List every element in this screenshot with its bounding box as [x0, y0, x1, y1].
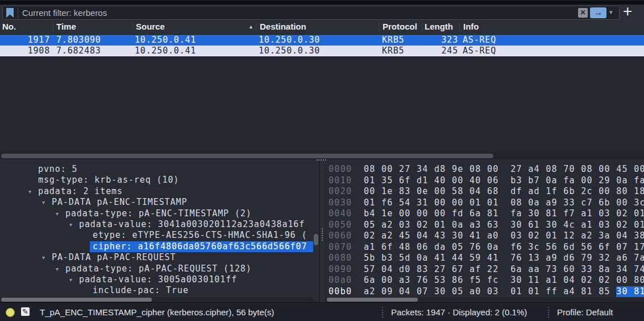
hex-row[interactable]: 00a06a 00 a3 76 53 86 f5 fc 30 11 a1 04 … — [329, 275, 644, 286]
hex-row[interactable]: 000008 00 27 34 d8 9e 08 00 27 a4 08 70 … — [329, 164, 644, 175]
cell-source: 10.250.0.41 — [135, 35, 196, 46]
hex-offset: 0010 — [329, 175, 364, 186]
tree-item[interactable]: ▾padata-value: 3005a0030101ff — [0, 274, 319, 285]
hex-row[interactable]: 00b0a2 09 04 07 30 05 a0 03 01 01 ff a4 … — [329, 286, 644, 297]
packet-row-selected[interactable]: 1917 7.803090 10.250.0.41 10.250.0.30 KR… — [0, 35, 644, 46]
column-header-no[interactable]: No. — [2, 20, 16, 33]
expander-icon[interactable]: ▾ — [56, 208, 59, 219]
tree-item[interactable]: ▾PA-DATA pA-PAC-REQUEST — [0, 252, 319, 263]
column-header-time[interactable]: Time — [56, 20, 76, 33]
filter-clear-icon[interactable]: ✕ — [578, 8, 588, 18]
hex-row[interactable]: 002000 1e 83 0e 00 58 04 68 df ad 1f 6b … — [329, 186, 644, 197]
hex-row[interactable]: 009057 04 d0 83 27 67 af 22 6a aa 73 60 … — [329, 264, 644, 275]
scrollbar-thumb[interactable] — [327, 298, 418, 302]
status-divider — [382, 307, 384, 318]
hex-bytes-selected[interactable]: 30 81 — [616, 286, 644, 297]
column-divider[interactable] — [459, 23, 460, 31]
tree-item[interactable]: ▾PA-DATA pA-ENC-TIMESTAMP — [0, 197, 319, 208]
tree-item-label: PA-DATA pA-ENC-TIMESTAMP — [52, 197, 187, 208]
cell-info: AS-REQ — [463, 46, 496, 56]
column-header-destination[interactable]: Destination — [260, 20, 306, 33]
tree-item-label: PA-DATA pA-PAC-REQUEST — [52, 252, 176, 263]
tree-item[interactable]: ▾padata-value: 3041a003020112a23a0438a16… — [0, 219, 319, 230]
tree-item[interactable]: ▾padata-type: pA-ENC-TIMESTAMP (2) — [0, 208, 319, 219]
hex-bytes[interactable]: b4 1e 00 00 00 fd 6a 81 fa 30 81 f7 a1 0… — [364, 208, 644, 219]
packet-row[interactable]: 1908 7.682483 10.250.0.41 10.250.0.30 KR… — [0, 46, 644, 56]
hex-row[interactable]: 00805b b3 5d 0a 41 44 59 41 76 13 a9 d6 … — [329, 253, 644, 264]
profile-status[interactable]: Profile: Default — [557, 303, 613, 321]
expert-info-icon[interactable] — [6, 308, 15, 317]
hex-bytes[interactable]: 01 35 6f d1 40 00 40 06 b3 b7 0a fa 00 2… — [364, 175, 644, 186]
hex-bytes[interactable]: 01 f6 54 31 00 00 01 01 08 0a a9 33 c7 6… — [364, 197, 644, 208]
column-divider[interactable] — [132, 23, 133, 31]
hex-row[interactable]: 0040b4 1e 00 00 00 fd 6a 81 fa 30 81 f7 … — [329, 208, 644, 219]
tree-item[interactable]: ▾padata-type: pA-PAC-REQUEST (128) — [0, 264, 319, 274]
tree-item[interactable]: pvno: 5 — [0, 164, 319, 175]
column-divider[interactable] — [53, 23, 53, 31]
packet-list-header: No. Time Source ▲ Destination Protocol L… — [0, 20, 644, 35]
filter-dropdown-caret[interactable]: ▾ — [609, 9, 613, 16]
scrollbar-thumb[interactable] — [1, 154, 493, 158]
hex-offset: 0000 — [329, 164, 364, 175]
tree-item[interactable]: ▾padata: 2 items — [0, 186, 319, 197]
tree-item[interactable]: msg-type: krb-as-req (10) — [0, 175, 319, 186]
hex-row[interactable]: 005005 a2 03 02 01 0a a3 63 30 61 30 4c … — [329, 220, 644, 231]
hex-bytes[interactable]: 08 00 27 34 d8 9e 08 00 27 a4 08 70 08 0… — [364, 164, 644, 175]
filter-toolbar: Current filter: kerberos ✕ → ▾ + — [0, 5, 644, 21]
capture-comment-icon[interactable]: ✎ — [21, 307, 30, 316]
cell-info: AS-REQ — [463, 35, 496, 46]
details-vscrollbar-thumb[interactable] — [314, 234, 318, 245]
display-filter-input[interactable]: Current filter: kerberos ✕ → ▾ — [2, 6, 620, 20]
column-divider[interactable] — [379, 23, 379, 31]
hex-bytes[interactable]: 00 1e 83 0e 00 58 04 68 df ad 1f 6b 2c 0… — [364, 186, 644, 197]
filter-bookmark-icon[interactable] — [6, 8, 14, 18]
column-header-info[interactable]: Info — [463, 20, 479, 33]
packet-list-hscrollbar[interactable] — [0, 152, 644, 159]
filter-add-button[interactable]: + — [623, 2, 632, 20]
filter-apply-button[interactable]: → — [590, 7, 606, 18]
hex-offset: 00a0 — [329, 275, 364, 286]
tree-item[interactable]: include-pac: True — [0, 285, 319, 296]
hex-row[interactable]: 001001 35 6f d1 40 00 40 06 b3 b7 0a fa … — [329, 175, 644, 186]
cell-no: 1917 — [0, 35, 50, 46]
expander-icon[interactable]: ▾ — [42, 252, 45, 263]
column-divider[interactable] — [256, 23, 256, 31]
hex-bytes[interactable]: a2 09 04 07 30 05 a0 03 01 01 ff a4 81 8… — [364, 286, 616, 297]
hex-row[interactable]: 0070a1 6f 48 06 da 05 76 0a f6 3c 56 6d … — [329, 242, 644, 253]
tree-item-label: msg-type: krb-as-req (10) — [38, 175, 179, 186]
column-divider[interactable] — [422, 23, 422, 31]
splitter-handle-icon[interactable] — [322, 228, 324, 241]
hex-bytes[interactable]: 57 04 d0 83 27 67 af 22 6a aa 73 60 33 8… — [364, 264, 644, 275]
scrollbar-thumb[interactable] — [1, 298, 152, 302]
cell-destination: 10.250.0.30 — [259, 46, 320, 56]
expander-icon[interactable]: ▾ — [69, 219, 73, 230]
filter-divider — [18, 7, 18, 18]
tree-item-label: pvno: 5 — [38, 164, 78, 175]
hex-bytes[interactable]: 05 a2 03 02 01 0a a3 63 30 61 30 4c a1 0… — [364, 220, 644, 231]
column-header-protocol[interactable]: Protocol — [383, 20, 417, 33]
column-header-length[interactable]: Length — [425, 20, 453, 33]
filter-text[interactable]: Current filter: kerberos — [22, 7, 107, 19]
cell-no: 1908 — [0, 46, 50, 56]
hex-offset: 0070 — [329, 242, 364, 253]
hex-bytes[interactable]: 5b b3 5d 0a 41 44 59 41 76 13 a9 d6 79 3… — [364, 253, 644, 264]
hex-bytes[interactable]: 02 a2 45 04 43 30 41 a0 03 02 01 12 a2 3… — [364, 231, 644, 241]
hex-offset: 0040 — [329, 208, 364, 219]
tree-item[interactable]: etype: eTYPE-AES256-CTS-HMAC-SHA1-96 ( — [0, 230, 319, 241]
selected-field-status: T_pA_ENC_TIMESTAMP_cipher (kerberos.ciph… — [40, 303, 274, 321]
hex-bytes[interactable]: 6a 00 a3 76 53 86 f5 fc 30 11 a1 04 02 0… — [364, 275, 644, 286]
details-hscrollbar[interactable] — [0, 297, 313, 302]
expander-icon[interactable]: ▾ — [69, 274, 73, 285]
expander-icon[interactable]: ▾ — [42, 197, 45, 208]
hex-row[interactable]: 003001 f6 54 31 00 00 01 01 08 0a a9 33 … — [329, 197, 644, 208]
expander-icon[interactable]: ▾ — [28, 186, 32, 197]
tree-item-label: include-pac: True — [93, 285, 189, 296]
expander-icon[interactable]: ▾ — [56, 264, 59, 274]
bytes-hscrollbar[interactable] — [325, 297, 644, 302]
hex-offset: 0050 — [329, 220, 364, 231]
tree-item-label: padata-type: pA-PAC-REQUEST (128) — [65, 264, 252, 274]
hex-row[interactable]: 006002 a2 45 04 43 30 41 a0 03 02 01 12 … — [329, 231, 644, 241]
column-header-source[interactable]: Source — [136, 20, 165, 33]
tree-item-selected[interactable]: cipher: a16f4806da05760af63c566d566f07 — [0, 241, 319, 252]
hex-bytes[interactable]: a1 6f 48 06 da 05 76 0a f6 3c 56 6d 56 6… — [364, 242, 644, 253]
